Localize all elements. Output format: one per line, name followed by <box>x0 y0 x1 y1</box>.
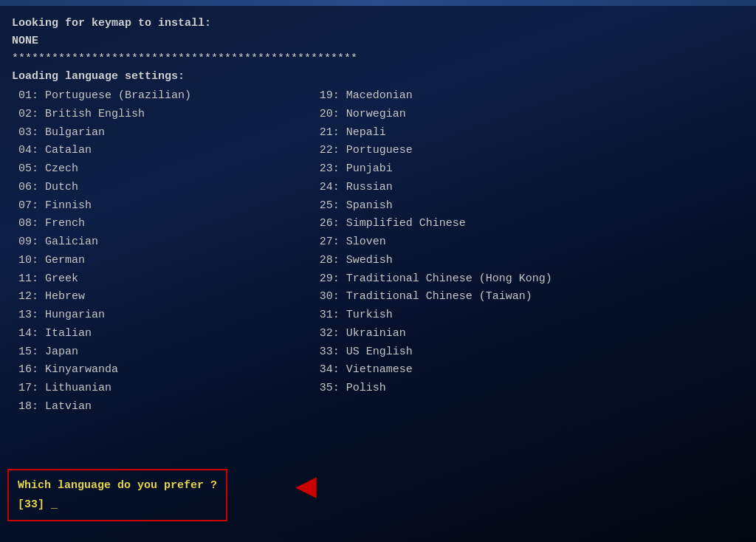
language-column-right: 19: Macedonian20: Norwegian21: Nepali22:… <box>320 87 744 416</box>
top-bar <box>0 0 756 6</box>
language-item: 04: Catalan <box>12 142 320 160</box>
language-item: 33: US English <box>320 343 744 362</box>
cursor-blink: _ <box>51 495 58 515</box>
language-item: 09: Galician <box>12 233 320 252</box>
loading-line: Loading language settings: <box>12 68 744 86</box>
language-item: 27: Sloven <box>320 233 744 252</box>
prompt-question: Which language do you prefer ? <box>18 476 217 495</box>
language-item: 10: German <box>12 252 320 270</box>
language-item: 12: Hebrew <box>12 288 320 306</box>
language-item: 11: Greek <box>12 270 320 289</box>
language-item: 32: Ukrainian <box>320 325 744 343</box>
language-item: 03: Bulgarian <box>12 124 320 143</box>
header-line1: Looking for keymap to install: <box>12 15 744 32</box>
language-item: 22: Portuguese <box>320 142 744 160</box>
language-item: 28: Swedish <box>320 252 744 270</box>
language-item: 15: Japan <box>12 343 320 362</box>
language-item: 06: Dutch <box>12 179 320 197</box>
language-item: 02: British English <box>12 106 320 124</box>
language-item: 13: Hungarian <box>12 306 320 325</box>
header-line2: NONE <box>12 32 744 50</box>
language-item: 01: Portuguese (Brazilian) <box>12 87 320 106</box>
language-item: 25: Spanish <box>320 197 744 216</box>
language-item: 29: Traditional Chinese (Hong Kong) <box>320 270 744 289</box>
language-item: 24: Russian <box>320 179 744 197</box>
language-item: 17: Lithuanian <box>12 380 320 398</box>
arrow-indicator: ◀ <box>295 470 317 505</box>
language-item: 08: French <box>12 215 320 233</box>
stars-line: ****************************************… <box>12 50 744 68</box>
prompt-box[interactable]: Which language do you prefer ? [33] _ <box>7 469 227 521</box>
language-item: 16: Kinyarwanda <box>12 361 320 380</box>
language-item: 35: Polish <box>320 380 744 398</box>
language-item: 34: Vietnamese <box>320 361 744 380</box>
language-item: 19: Macedonian <box>320 87 744 106</box>
language-item: 31: Turkish <box>320 306 744 325</box>
language-item: 30: Traditional Chinese (Taiwan) <box>320 288 744 306</box>
terminal-screen: Looking for keymap to install: NONE ****… <box>0 0 756 542</box>
language-item: 05: Czech <box>12 160 320 179</box>
prompt-input[interactable]: [33] _ <box>18 495 217 515</box>
language-item: 20: Norwegian <box>320 106 744 124</box>
language-column-left: 01: Portuguese (Brazilian) 02: British E… <box>12 87 320 416</box>
language-item: 21: Nepali <box>320 124 744 143</box>
language-item: 07: Finnish <box>12 197 320 216</box>
language-item: 18: Latvian <box>12 398 320 416</box>
language-grid: 01: Portuguese (Brazilian) 02: British E… <box>12 87 744 416</box>
language-item: 26: Simplified Chinese <box>320 215 744 233</box>
language-item: 14: Italian <box>12 325 320 343</box>
language-item: 23: Punjabi <box>320 160 744 179</box>
